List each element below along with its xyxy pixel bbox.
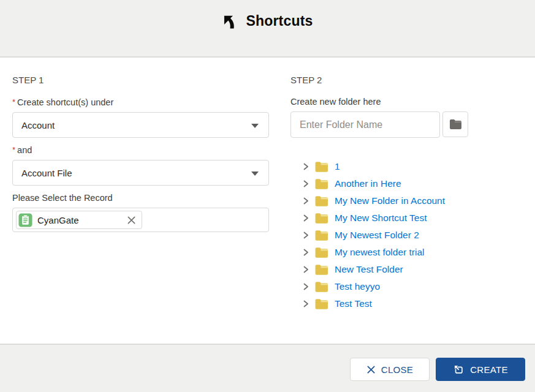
folder-tree-item[interactable]: Test Test — [302, 295, 525, 312]
chevron-right-icon[interactable] — [302, 179, 310, 188]
required-asterisk: * — [12, 97, 15, 107]
folder-link[interactable]: Test heyyo — [335, 281, 380, 292]
folder-tree: 1 Another in Here My New Folder in Accou… — [302, 158, 525, 312]
folder-icon — [314, 213, 328, 224]
create-folder-button[interactable] — [442, 111, 468, 137]
folder-link[interactable]: Test Test — [335, 298, 372, 309]
new-folder-row — [290, 111, 525, 138]
folder-tree-item[interactable]: My newest folder trial — [302, 244, 525, 261]
folder-icon — [314, 161, 328, 173]
chevron-right-icon[interactable] — [302, 162, 310, 171]
folder-tree-item[interactable]: My Newest Folder 2 — [302, 227, 525, 244]
and-label: *and — [12, 145, 269, 155]
folder-name-input[interactable] — [290, 111, 440, 138]
folder-tree-item[interactable]: 1 — [302, 158, 525, 175]
close-button[interactable]: CLOSE — [350, 358, 430, 381]
file-type-select-value: Account File — [21, 168, 72, 178]
folder-link[interactable]: Another in Here — [335, 178, 401, 189]
folder-icon — [314, 195, 328, 207]
file-type-select[interactable]: Account File — [12, 160, 269, 186]
step2-heading: STEP 2 — [290, 75, 525, 85]
shortcuts-dialog: Shortcuts STEP 1 *Create shortcut(s) und… — [0, 0, 535, 392]
new-folder-label: Create new folder here — [290, 97, 525, 107]
object-select[interactable]: Account — [12, 112, 269, 138]
chevron-right-icon[interactable] — [302, 282, 310, 291]
dialog-header: Shortcuts — [0, 0, 535, 58]
folder-icon — [314, 264, 328, 276]
record-pill[interactable]: CyanGate — [16, 211, 142, 229]
chevron-right-icon[interactable] — [302, 214, 310, 222]
step2-panel: STEP 2 Create new folder here 1 — [290, 69, 525, 312]
close-x-icon — [366, 365, 376, 374]
dialog-title: Shortcuts — [246, 13, 313, 29]
folder-link[interactable]: 1 — [335, 161, 340, 172]
caret-down-icon — [251, 124, 259, 128]
record-lookup-field[interactable]: CyanGate — [12, 208, 269, 232]
close-x-icon — [127, 216, 136, 225]
shortcut-create-icon — [453, 364, 465, 375]
folder-icon — [314, 230, 328, 241]
folder-icon — [449, 119, 462, 130]
close-button-label: CLOSE — [381, 364, 413, 375]
folder-link[interactable]: My Newest Folder 2 — [335, 230, 419, 241]
folder-icon — [314, 281, 328, 293]
folder-tree-item[interactable]: Another in Here — [302, 175, 525, 192]
create-under-label: *Create shortcut(s) under — [12, 97, 269, 107]
folder-tree-item[interactable]: New Test Folder — [302, 261, 525, 278]
folder-link[interactable]: My New Folder in Account — [335, 195, 445, 206]
step1-panel: STEP 1 *Create shortcut(s) under Account… — [12, 69, 269, 232]
record-icon — [18, 213, 32, 227]
record-remove-button[interactable] — [126, 215, 136, 225]
chevron-right-icon[interactable] — [302, 300, 310, 308]
shortcut-arrow-icon — [222, 14, 238, 31]
record-label: Please Select the Record — [12, 193, 269, 203]
required-asterisk: * — [12, 145, 15, 154]
folder-icon — [314, 298, 328, 310]
folder-link[interactable]: My newest folder trial — [335, 247, 424, 258]
folder-tree-item[interactable]: My New Folder in Account — [302, 192, 525, 209]
create-button[interactable]: CREATE — [436, 358, 525, 381]
folder-link[interactable]: New Test Folder — [335, 264, 403, 275]
chevron-right-icon[interactable] — [302, 231, 310, 239]
record-pill-label: CyanGate — [37, 215, 121, 225]
object-select-value: Account — [21, 120, 55, 130]
caret-down-icon — [251, 172, 259, 176]
folder-link[interactable]: My New Shortcut Test — [335, 213, 427, 224]
create-button-label: CREATE — [470, 364, 508, 375]
folder-icon — [314, 178, 328, 190]
folder-icon — [314, 247, 328, 258]
chevron-right-icon[interactable] — [302, 248, 310, 257]
folder-tree-item[interactable]: Test heyyo — [302, 278, 525, 295]
chevron-right-icon[interactable] — [302, 265, 310, 274]
folder-tree-item[interactable]: My New Shortcut Test — [302, 209, 525, 227]
dialog-footer: CLOSE CREATE — [0, 344, 535, 392]
chevron-right-icon[interactable] — [302, 197, 310, 205]
step1-heading: STEP 1 — [12, 75, 269, 85]
